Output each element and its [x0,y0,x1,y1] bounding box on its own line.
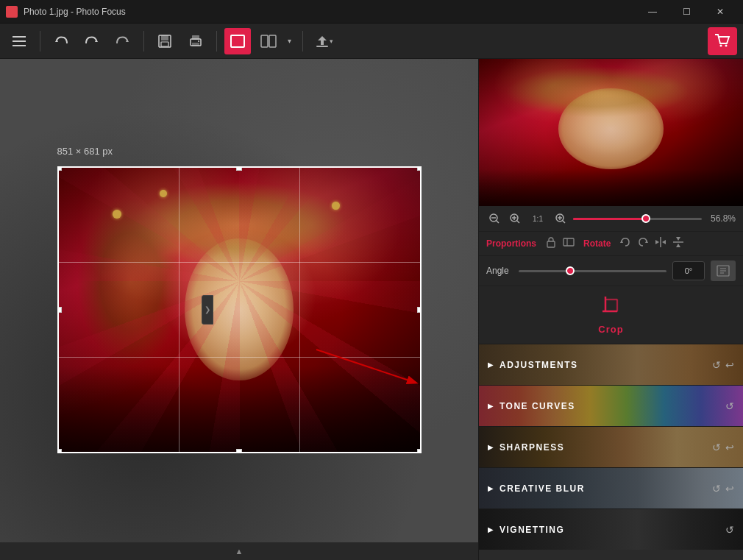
image-dimensions-label: 851 × 681 px [57,146,113,157]
zoom-slider-fill [573,218,646,220]
undo2-button[interactable] [79,28,105,54]
layout2-button[interactable] [255,28,282,54]
svg-rect-29 [547,241,555,247]
accordion-sharpness-title: SHARPNESS [500,442,564,453]
svg-line-22 [517,221,520,224]
separator-2 [143,31,144,52]
collapse-arrow-icon[interactable]: ▲ [235,547,243,556]
crop-section: Crop [479,286,743,344]
angle-extra-button[interactable] [711,260,736,281]
crop-handle-tm[interactable] [236,166,242,171]
proportions-label: Proportions [486,238,536,249]
accordion-adjustments[interactable]: ▶ ADJUSTMENTS ↺ ↩ [479,344,743,385]
accordion-tone-curves[interactable]: ▶ TONE CURVES ↺ [479,385,743,426]
accordion-creative-blur[interactable]: ▶ CREATIVE BLUR ↺ ↩ [479,467,743,508]
accordion-tone-reset-icon[interactable]: ↺ [725,400,734,412]
accordion-sharpness[interactable]: ▶ SHARPNESS ↺ ↩ [479,426,743,467]
svg-point-15 [725,44,728,46]
svg-rect-8 [192,35,199,40]
svg-marker-39 [676,244,680,247]
accordion-adjustments-reset-icon[interactable]: ↺ [712,359,721,371]
accordion-creative-undo-icon[interactable]: ↩ [725,483,734,495]
svg-rect-1 [13,40,26,42]
svg-rect-13 [316,46,328,47]
maximize-button[interactable]: ☐ [669,0,703,24]
angle-slider-thumb[interactable] [566,266,575,275]
accordion-sharpness-icons: ↺ ↩ [712,442,734,453]
proportions-row: Proportions Rotate [479,231,743,255]
svg-rect-48 [605,300,617,311]
crop-handle-tl[interactable] [57,166,62,171]
crop-handle-bl[interactable] [57,449,62,453]
print-button[interactable] [182,28,209,54]
svg-rect-7 [192,43,199,46]
redo-button[interactable] [110,28,136,54]
layout1-button[interactable] [224,28,251,54]
angle-slider-track[interactable] [519,270,666,272]
zoom-reset-button[interactable]: 1:1 [527,210,548,227]
save-button[interactable] [152,28,178,54]
accordion-adjustments-undo-icon[interactable]: ↩ [725,359,734,371]
close-button[interactable]: ✕ [703,0,737,24]
accordion-sharpness-undo-icon[interactable]: ↩ [725,442,734,453]
cart-button[interactable] [708,27,737,55]
accordion-tone-header: ▶ TONE CURVES ↺ [479,386,743,426]
accordion-sharpness-header: ▶ SHARPNESS ↺ ↩ [479,427,743,467]
svg-rect-10 [231,35,244,47]
canvas-area[interactable]: 851 × 681 px [0,59,478,560]
svg-line-26 [563,221,566,224]
accordion-vignetting[interactable]: ▶ VIGNETTING ↺ [479,508,743,550]
accordion-vignetting-icons: ↺ [725,524,734,536]
accordion-sharpness-reset-icon[interactable]: ↺ [712,442,721,453]
angle-input[interactable] [672,261,705,280]
accordion-adjustments-title: ADJUSTMENTS [500,360,578,370]
crop-handle-mr[interactable] [417,307,422,313]
proportions-icon2[interactable] [563,236,575,251]
minimize-button[interactable]: — [636,0,669,24]
bottom-bar: ▲ [0,542,478,560]
svg-marker-33 [645,240,648,243]
main-layout: 851 × 681 px [0,59,743,560]
zoom-slider-thumb[interactable] [641,214,650,223]
toolbar: ▾ ▾ [0,24,743,59]
flip-v-icon[interactable] [672,236,684,251]
svg-rect-4 [161,35,168,40]
zoom-in-button[interactable] [507,210,523,227]
crop-label: Crop [598,324,623,335]
crop-handle-ml[interactable] [57,307,62,313]
crop-handle-br[interactable] [417,449,422,453]
zoom-slider-track[interactable] [573,218,702,220]
crop-handle-tr[interactable] [417,166,422,171]
layout-dropdown-button[interactable]: ▾ [283,28,295,54]
svg-marker-36 [662,240,666,244]
rotate-cw-icon[interactable] [637,236,649,251]
proportions-lock-icon[interactable] [545,236,557,251]
share-button[interactable]: ▾ [310,28,337,54]
zoom-out-button[interactable] [486,210,502,227]
zoom-fit-button[interactable] [552,210,569,227]
crop-handle-bm[interactable] [236,449,242,453]
svg-marker-32 [620,240,623,243]
menu-button[interactable] [6,28,32,54]
thumbnail-area [479,59,743,206]
angle-row: Angle [479,255,743,286]
svg-marker-35 [655,240,659,244]
right-panel: 1:1 56.8% Proportions Rotate [478,59,743,560]
accordion-vignetting-reset-icon[interactable]: ↺ [725,524,734,536]
flip-h-icon[interactable] [655,236,666,251]
accordion-adjustments-icons: ↺ ↩ [712,359,734,371]
accordion-creative-reset-icon[interactable]: ↺ [712,483,721,495]
collapse-panel-button[interactable]: ❯ [202,295,213,325]
thumbnail-overlay [479,59,743,206]
angle-label: Angle [486,266,513,276]
undo-button[interactable] [48,28,74,54]
separator-1 [40,31,40,52]
rotate-ccw-icon[interactable] [619,236,631,251]
svg-rect-12 [269,35,276,47]
crop-image[interactable] [57,166,422,453]
accordion-vignetting-title: VIGNETTING [500,525,564,535]
rotate-label: Rotate [583,238,611,249]
svg-point-9 [198,40,199,42]
accordion-adjustments-header: ▶ ADJUSTMENTS ↺ ↩ [479,344,743,385]
title-bar-left: Photo 1.jpg - Photo Focus [6,6,126,18]
